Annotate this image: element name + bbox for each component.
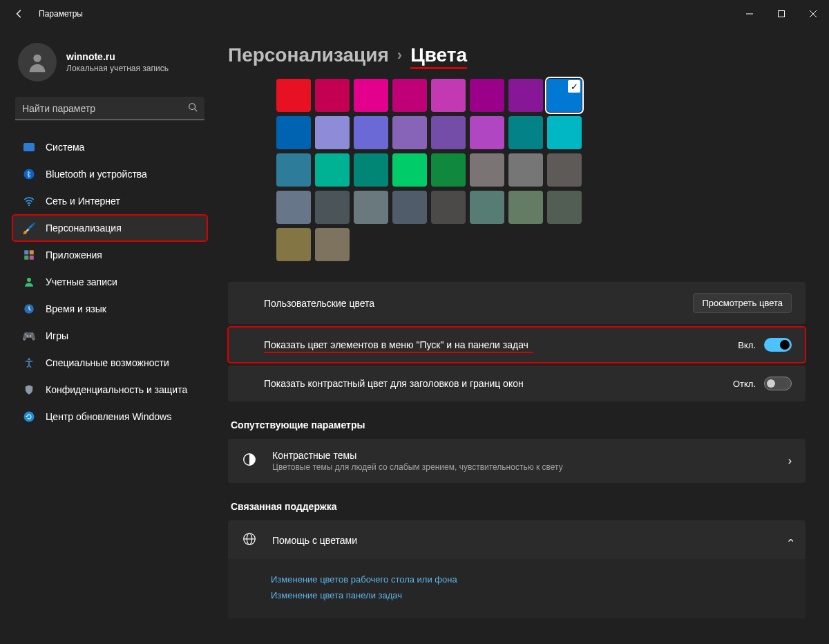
help-link[interactable]: Изменение цветов рабочего стола или фона <box>271 574 792 585</box>
account-block[interactable]: winnote.ru Локальная учетная запись <box>8 35 211 97</box>
svg-point-3 <box>189 103 196 109</box>
nav-icon <box>22 356 36 370</box>
svg-point-2 <box>33 55 41 62</box>
nav-icon <box>22 383 36 397</box>
color-swatch[interactable] <box>508 191 543 224</box>
color-swatch[interactable] <box>470 79 504 112</box>
color-swatch[interactable] <box>547 79 582 112</box>
color-swatch[interactable] <box>276 228 311 261</box>
related-heading: Сопутствующие параметры <box>231 419 806 430</box>
color-swatch[interactable] <box>508 79 543 112</box>
nav-item-3[interactable]: 🖌️Персонализация <box>12 215 207 241</box>
minimize-button[interactable] <box>734 0 765 28</box>
back-button[interactable] <box>14 8 25 19</box>
nav-item-5[interactable]: Учетные записи <box>12 269 207 295</box>
nav-item-1[interactable]: Bluetooth и устройства <box>12 161 207 187</box>
color-swatch[interactable] <box>354 153 388 187</box>
nav-item-4[interactable]: Приложения <box>12 242 207 268</box>
window-title: Параметры <box>39 9 83 19</box>
color-swatch[interactable] <box>470 191 504 224</box>
nav-item-8[interactable]: Специальные возможности <box>12 350 207 376</box>
chevron-up-icon: › <box>783 538 796 542</box>
help-links: Изменение цветов рабочего стола или фона… <box>228 559 806 618</box>
color-swatch[interactable] <box>354 191 388 224</box>
color-swatch[interactable] <box>276 116 311 149</box>
color-swatch[interactable] <box>508 153 543 187</box>
breadcrumb: Персонализация › Цвета <box>228 44 806 66</box>
nav-label: Приложения <box>46 249 102 261</box>
sidebar: winnote.ru Локальная учетная запись Сист… <box>0 28 214 644</box>
nav-icon <box>22 302 36 316</box>
color-swatch[interactable] <box>315 79 350 112</box>
close-button[interactable] <box>797 0 829 28</box>
nav-label: Сеть и Интернет <box>46 196 120 207</box>
nav-label: Конфиденциальность и защита <box>46 384 187 395</box>
color-swatch[interactable] <box>315 228 350 261</box>
globe-icon <box>242 531 258 549</box>
svg-point-13 <box>28 358 30 360</box>
nav-item-10[interactable]: Центр обновления Windows <box>12 404 207 430</box>
color-swatch[interactable] <box>508 116 543 149</box>
nav-item-0[interactable]: Система <box>12 134 207 160</box>
color-swatch[interactable] <box>276 79 311 112</box>
nav-item-6[interactable]: Время и язык <box>12 296 207 322</box>
color-swatch[interactable] <box>354 116 388 149</box>
contrast-themes-card[interactable]: Контрастные темы Цветовые темы для людей… <box>228 439 806 483</box>
nav-label: Система <box>46 142 84 153</box>
nav-label: Персонализация <box>46 222 122 234</box>
avatar-icon <box>18 43 57 82</box>
contrast-subtitle: Цветовые темы для людей со слабым зрение… <box>272 462 563 472</box>
color-swatch[interactable] <box>354 79 388 112</box>
nav-label: Специальные возможности <box>46 357 169 368</box>
view-colors-button[interactable]: Просмотреть цвета <box>693 293 792 313</box>
chevron-right-icon: › <box>397 46 402 64</box>
color-swatch[interactable] <box>392 79 427 112</box>
color-swatch[interactable] <box>315 153 350 187</box>
nav-item-7[interactable]: 🎮Игры <box>12 323 207 349</box>
color-swatch[interactable] <box>431 116 466 149</box>
nav-item-2[interactable]: Сеть и Интернет <box>12 188 207 214</box>
color-swatch[interactable] <box>276 191 311 224</box>
toggle-state-label: Вкл. <box>738 340 756 350</box>
color-swatch[interactable] <box>431 79 466 112</box>
color-swatch[interactable] <box>547 191 582 224</box>
nav-list: СистемаBluetooth и устройстваСеть и Инте… <box>8 134 211 430</box>
breadcrumb-parent[interactable]: Персонализация <box>228 44 389 66</box>
toggle-state-label: Откл. <box>733 379 756 389</box>
help-title: Помощь с цветами <box>272 535 357 546</box>
color-palette <box>276 79 806 261</box>
color-swatch[interactable] <box>431 191 466 224</box>
breadcrumb-current: Цвета <box>410 44 467 66</box>
nav-item-9[interactable]: Конфиденциальность и защита <box>12 377 207 403</box>
color-swatch[interactable] <box>315 191 350 224</box>
color-swatch[interactable] <box>315 116 350 149</box>
nav-label: Игры <box>46 330 68 341</box>
svg-rect-8 <box>30 250 34 254</box>
contrast-title: Контрастные темы <box>272 450 563 461</box>
title-border-color-label: Показать контрастный цвет для заголовков… <box>264 378 733 389</box>
nav-icon <box>22 194 36 208</box>
color-swatch[interactable] <box>392 191 427 224</box>
start-taskbar-toggle[interactable] <box>764 338 792 352</box>
color-swatch[interactable] <box>392 153 427 187</box>
help-colors-card[interactable]: Помощь с цветами › <box>228 520 806 560</box>
color-swatch[interactable] <box>470 116 504 149</box>
svg-line-4 <box>195 108 198 111</box>
title-border-toggle[interactable] <box>764 377 792 390</box>
search-box[interactable] <box>15 97 204 120</box>
color-swatch[interactable] <box>276 153 311 187</box>
start-taskbar-color-label: Показать цвет элементов в меню "Пуск" и … <box>264 339 738 350</box>
svg-rect-9 <box>24 256 28 260</box>
color-swatch[interactable] <box>547 116 582 149</box>
help-link[interactable]: Изменение цвета панели задач <box>271 590 792 600</box>
nav-icon <box>22 167 36 181</box>
svg-point-6 <box>28 205 30 206</box>
color-swatch[interactable] <box>547 153 582 187</box>
color-swatch[interactable] <box>392 116 427 149</box>
color-swatch[interactable] <box>431 153 466 187</box>
custom-colors-row: Пользовательские цвета Просмотреть цвета <box>228 282 806 324</box>
svg-point-14 <box>24 412 35 422</box>
maximize-button[interactable] <box>765 0 797 28</box>
color-swatch[interactable] <box>470 153 504 187</box>
search-input[interactable] <box>22 103 188 114</box>
